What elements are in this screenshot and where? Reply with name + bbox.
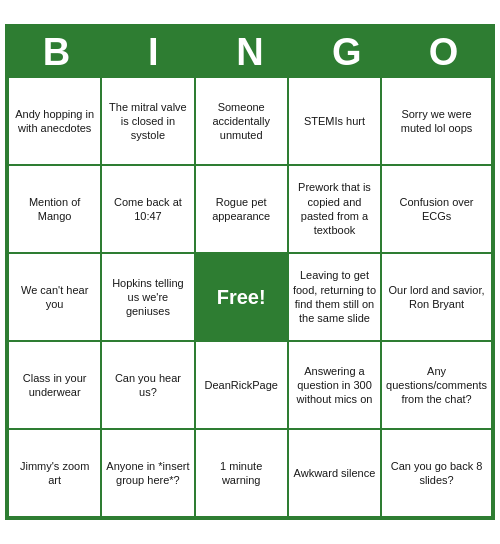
header-letter-O: O (395, 27, 492, 77)
header-letter-B: B (8, 27, 105, 77)
bingo-cell-17[interactable]: DeanRickPage (195, 341, 288, 429)
bingo-cell-6[interactable]: Come back at 10:47 (101, 165, 194, 253)
bingo-cell-5[interactable]: Mention of Mango (8, 165, 101, 253)
bingo-cell-10[interactable]: We can't hear you (8, 253, 101, 341)
bingo-cell-18[interactable]: Answering a question in 300 without mics… (288, 341, 381, 429)
bingo-cell-7[interactable]: Rogue pet appearance (195, 165, 288, 253)
bingo-cell-15[interactable]: Class in your underwear (8, 341, 101, 429)
bingo-cell-1[interactable]: The mitral valve is closed in systole (101, 77, 194, 165)
bingo-cell-21[interactable]: Anyone in *insert group here*? (101, 429, 194, 517)
bingo-cell-3[interactable]: STEMIs hurt (288, 77, 381, 165)
bingo-cell-2[interactable]: Someone accidentally unmuted (195, 77, 288, 165)
header-letter-G: G (298, 27, 395, 77)
bingo-cell-24[interactable]: Can you go back 8 slides? (381, 429, 492, 517)
bingo-cell-16[interactable]: Can you hear us? (101, 341, 194, 429)
bingo-cell-13[interactable]: Leaving to get food, returning to find t… (288, 253, 381, 341)
header-letter-N: N (202, 27, 299, 77)
bingo-grid: Andy hopping in with anecdotesThe mitral… (8, 77, 492, 517)
bingo-cell-19[interactable]: Any questions/comments from the chat? (381, 341, 492, 429)
bingo-cell-4[interactable]: Sorry we were muted lol oops (381, 77, 492, 165)
bingo-cell-23[interactable]: Awkward silence (288, 429, 381, 517)
bingo-card: BINGO Andy hopping in with anecdotesThe … (5, 24, 495, 520)
bingo-cell-0[interactable]: Andy hopping in with anecdotes (8, 77, 101, 165)
bingo-header: BINGO (8, 27, 492, 77)
bingo-cell-11[interactable]: Hopkins telling us we're geniuses (101, 253, 194, 341)
free-space[interactable]: Free! (195, 253, 288, 341)
header-letter-I: I (105, 27, 202, 77)
bingo-cell-9[interactable]: Confusion over ECGs (381, 165, 492, 253)
bingo-cell-8[interactable]: Prework that is copied and pasted from a… (288, 165, 381, 253)
bingo-cell-14[interactable]: Our lord and savior, Ron Bryant (381, 253, 492, 341)
bingo-cell-20[interactable]: Jimmy's zoom art (8, 429, 101, 517)
bingo-cell-22[interactable]: 1 minute warning (195, 429, 288, 517)
